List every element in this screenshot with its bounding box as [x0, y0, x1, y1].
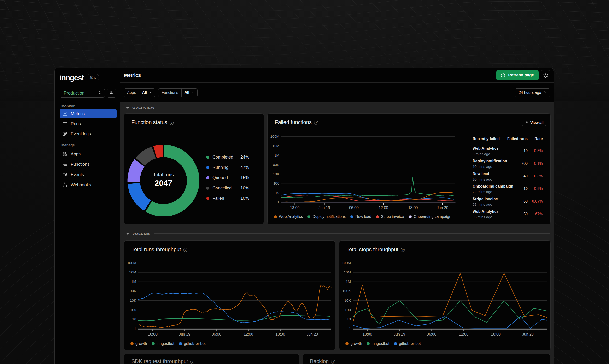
- content-area: OVERVIEW Function status ? Total runs204…: [120, 103, 554, 364]
- sidebar-item-label: Event logs: [71, 131, 91, 136]
- apps-filter-value: All: [142, 91, 147, 95]
- help-icon[interactable]: ?: [190, 360, 194, 364]
- table-cell: 50: [523, 212, 528, 216]
- table-cell: 25 mins ago: [472, 202, 492, 207]
- legend-dot: [206, 166, 209, 169]
- sidebar-item-webhooks[interactable]: Webhooks: [60, 180, 117, 189]
- collapse-triangle-icon: [126, 107, 129, 109]
- legend-item[interactable]: Stripe invoice: [376, 215, 404, 219]
- svg-text:18:00: 18:00: [362, 332, 372, 336]
- table-cell: Deploy notification: [472, 159, 507, 163]
- apps-filter-label: Apps: [124, 89, 139, 97]
- environment-select[interactable]: Production: [60, 89, 105, 98]
- legend-item[interactable]: New lead: [350, 215, 371, 219]
- table-cell: 0.5%: [534, 149, 543, 153]
- apps-grid-icon: [62, 152, 67, 156]
- sidebar-item-label: Events: [71, 172, 84, 177]
- sidebar-item-runs[interactable]: Runs: [60, 119, 117, 128]
- svg-text:10K: 10K: [273, 172, 279, 176]
- legend-item[interactable]: inngestbot: [152, 341, 174, 346]
- legend-item[interactable]: Onboarding campaign: [409, 215, 451, 219]
- chart-legend: growthinngestbotgithub-pr-bot: [130, 341, 206, 346]
- table-cell: 700: [521, 161, 528, 166]
- failed-functions-chart: 100M10M1M100K10K10010118:00Jun 1906:0012…: [268, 114, 462, 214]
- table-cell: 35 mins ago: [472, 215, 492, 219]
- table-cell: 0.5%: [534, 187, 543, 191]
- refresh-icon: [501, 73, 505, 78]
- table-cell: 40: [523, 174, 528, 178]
- overview-section-header[interactable]: OVERVIEW: [126, 106, 550, 110]
- legend-item[interactable]: inngestbot: [367, 341, 389, 346]
- apps-filter[interactable]: Apps All: [124, 88, 155, 97]
- svg-text:Jun 19: Jun 19: [179, 332, 190, 336]
- table-cell: 60: [523, 199, 528, 204]
- svg-text:2047: 2047: [155, 179, 172, 187]
- sidebar-item-apps[interactable]: Apps: [60, 149, 117, 158]
- svg-text:100: 100: [345, 308, 351, 312]
- sidebar: inngest ⌘ K Production Monitor Metrics: [55, 68, 120, 364]
- environment-filter-button[interactable]: [107, 89, 116, 98]
- section-rule: [154, 234, 550, 234]
- legend-item[interactable]: github-pr-bot: [394, 341, 421, 346]
- table-cell: 10 mins ago: [472, 165, 492, 169]
- svg-text:100: 100: [273, 181, 279, 185]
- command-k-badge[interactable]: ⌘ K: [87, 74, 98, 81]
- sidebar-item-events[interactable]: Events: [60, 170, 117, 179]
- svg-text:1M: 1M: [346, 279, 351, 284]
- updown-chevron-icon: [98, 91, 102, 96]
- svg-text:10: 10: [132, 317, 136, 321]
- help-icon[interactable]: ?: [331, 360, 335, 364]
- svg-text:10M: 10M: [129, 270, 136, 274]
- legend-item[interactable]: growth: [130, 341, 147, 346]
- table-cell: 5 mins ago: [472, 152, 490, 156]
- view-all-button[interactable]: View all: [522, 119, 546, 126]
- table-cell: 10: [523, 149, 528, 153]
- arrow-up-right-icon: [525, 121, 528, 124]
- volume-section-header[interactable]: VOLUME: [126, 232, 550, 236]
- svg-text:06:00: 06:00: [427, 332, 436, 336]
- legend-item[interactable]: growth: [346, 341, 362, 346]
- sidebar-item-event-logs[interactable]: Event logs: [60, 129, 117, 138]
- table-cell: 10: [523, 187, 528, 191]
- functions-filter[interactable]: Functions All: [158, 88, 198, 97]
- refresh-page-button[interactable]: Refresh page: [496, 70, 539, 80]
- svg-text:Jun 19: Jun 19: [319, 206, 330, 210]
- table-header: Recently failed: [472, 137, 500, 141]
- svg-text:Total runs: Total runs: [153, 172, 174, 177]
- settings-button[interactable]: [541, 70, 550, 80]
- legend-label: inngestbot: [157, 341, 174, 346]
- donut-legend-row: Queued 15%: [206, 175, 249, 180]
- table-cell: 0.3%: [534, 174, 543, 178]
- svg-text:Jun 19: Jun 19: [394, 332, 405, 336]
- legend-label: Web Analytics: [279, 215, 303, 219]
- svg-text:10: 10: [275, 191, 279, 195]
- refresh-label: Refresh page: [508, 73, 534, 78]
- sliders-icon: [109, 91, 114, 96]
- events-icon: [62, 172, 67, 177]
- table-cell: 0.07%: [532, 199, 543, 204]
- svg-text:100K: 100K: [342, 289, 351, 293]
- svg-text:12:00: 12:00: [379, 206, 388, 210]
- legend-item[interactable]: Deploy notifications: [307, 215, 346, 219]
- page-title: Metrics: [124, 73, 141, 78]
- legend-dot: [394, 342, 397, 345]
- donut-legend-row: Failed 10%: [206, 196, 249, 201]
- svg-text:100: 100: [130, 308, 136, 312]
- chart-legend: growthinngestbotgithub-pr-bot: [346, 341, 421, 346]
- section-rule: [158, 107, 550, 108]
- svg-text:10K: 10K: [344, 298, 351, 302]
- legend-label: Cancelled: [212, 186, 232, 191]
- legend-label: Failed: [212, 196, 224, 201]
- legend-item[interactable]: github-pr-bot: [179, 341, 206, 346]
- help-icon[interactable]: ?: [169, 121, 174, 125]
- legend-item[interactable]: Web Analytics: [274, 215, 303, 219]
- sidebar-item-metrics[interactable]: Metrics: [60, 109, 117, 118]
- svg-text:10M: 10M: [344, 270, 351, 274]
- failed-functions-card: Failed functions ? View all 100M10M1M100…: [267, 113, 551, 224]
- time-range-select[interactable]: 24 hours ago: [515, 88, 550, 97]
- nav-monitor-section: Monitor Metrics Runs Event logs: [60, 104, 120, 138]
- chart-line-icon: [62, 111, 67, 116]
- sidebar-item-functions[interactable]: Functions: [60, 160, 117, 169]
- legend-label: Onboarding campaign: [414, 215, 451, 219]
- total-runs-throughput-card: Total runs throughput ? 100M10M1M100K10K…: [124, 240, 335, 350]
